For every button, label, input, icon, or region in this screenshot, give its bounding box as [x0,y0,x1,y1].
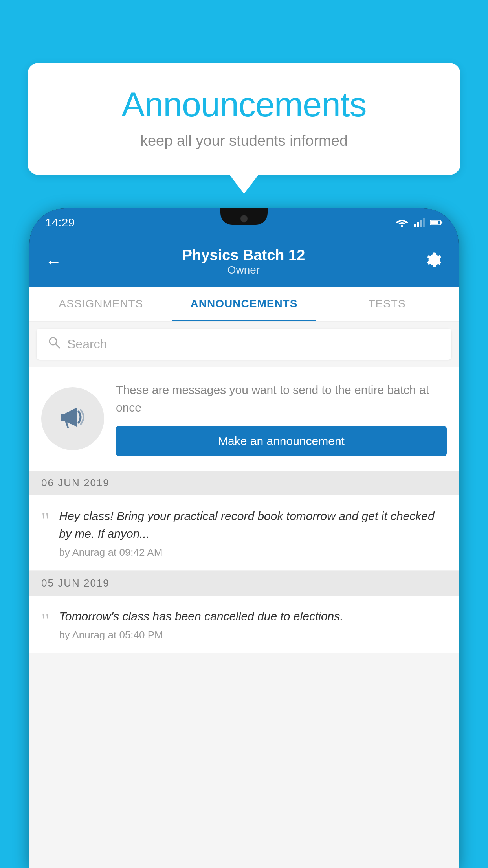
announcement-text-1: Hey class! Bring your practical record b… [59,507,447,542]
status-bar: 14:29 [29,208,459,237]
announcement-meta-2: by Anurag at 05:40 PM [59,629,447,641]
status-icons [396,218,443,227]
battery-icon [430,218,443,227]
quote-icon-1: " [41,510,50,531]
search-icon [48,336,61,353]
svg-rect-1 [414,224,416,227]
announcement-meta-1: by Anurag at 09:42 AM [59,546,447,559]
svg-rect-6 [431,221,438,224]
camera [240,215,248,222]
back-button[interactable]: ← [45,252,62,271]
tab-assignments[interactable]: ASSIGNMENTS [29,287,172,321]
svg-point-0 [401,225,403,227]
settings-button[interactable] [426,251,443,272]
announcements-title: Announcements [51,85,437,125]
svg-rect-4 [423,218,425,227]
batch-role: Owner [182,264,305,276]
search-placeholder: Search [67,337,107,351]
svg-line-9 [56,344,60,348]
announcement-item-2[interactable]: " Tomorrow's class has been cancelled du… [29,596,459,653]
announcement-content-1: Hey class! Bring your practical record b… [59,507,447,559]
promo-description: These are messages you want to send to t… [116,381,447,416]
tab-tests[interactable]: TESTS [316,287,459,321]
batch-title: Physics Batch 12 [182,247,305,264]
wifi-icon [396,218,408,227]
announcement-item-1[interactable]: " Hey class! Bring your practical record… [29,495,459,571]
phone-frame: 14:29 [29,208,459,868]
announcements-subtitle: keep all your students informed [51,132,437,149]
app-header: ← Physics Batch 12 Owner [29,237,459,287]
date-separator-2: 05 JUN 2019 [29,571,459,596]
speech-bubble: Announcements keep all your students inf… [28,63,460,175]
gear-icon [426,251,443,268]
notch [220,208,268,225]
tab-announcements[interactable]: ANNOUNCEMENTS [172,287,316,321]
promo-card: These are messages you want to send to t… [29,367,459,471]
tabs-bar: ASSIGNMENTS ANNOUNCEMENTS TESTS [29,287,459,322]
quote-icon-2: " [41,611,50,631]
megaphone-circle [41,387,104,450]
make-announcement-button[interactable]: Make an announcement [116,426,447,456]
speech-bubble-container: Announcements keep all your students inf… [28,63,460,175]
promo-right: These are messages you want to send to t… [116,381,447,456]
search-bar[interactable]: Search [37,329,451,360]
announcement-content-2: Tomorrow's class has been cancelled due … [59,607,447,641]
announcement-text-2: Tomorrow's class has been cancelled due … [59,607,447,625]
svg-rect-7 [441,221,443,223]
app-content: Search These are messages you want to se… [29,322,459,868]
signal-icon [413,218,426,227]
megaphone-icon [57,400,88,438]
svg-rect-2 [417,222,419,227]
status-time: 14:29 [45,216,75,229]
header-title-area: Physics Batch 12 Owner [182,247,305,276]
svg-rect-3 [420,220,422,227]
date-separator-1: 06 JUN 2019 [29,471,459,495]
svg-rect-10 [61,414,65,421]
